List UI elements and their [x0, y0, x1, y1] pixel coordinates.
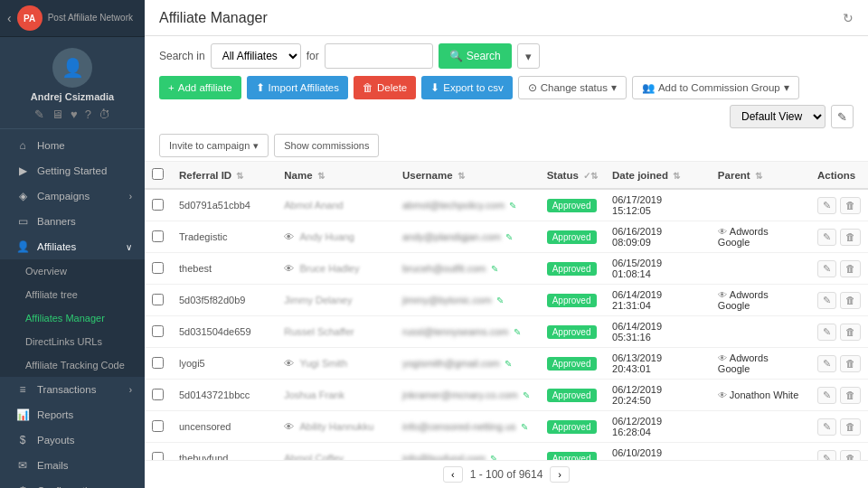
col-name[interactable]: Name ⇅ [277, 162, 395, 189]
delete-affiliate-button[interactable]: 🗑 [840, 292, 861, 309]
help-icon[interactable]: ? [85, 108, 91, 121]
delete-affiliate-button[interactable]: 🗑 [840, 197, 861, 214]
delete-affiliate-button[interactable]: 🗑 [840, 324, 861, 341]
edit-profile-icon[interactable]: ✎ [34, 108, 44, 121]
edit-affiliate-button[interactable]: ✎ [817, 355, 836, 372]
filter-button[interactable]: ▾ [517, 43, 540, 69]
search-input[interactable] [325, 43, 433, 69]
affiliate-username: jimmy@bytonic.com [402, 295, 492, 305]
cell-date: 06/10/2019 19:11:09 [605, 443, 711, 461]
cell-username: jnkramer@mcnary.co.com ✎ [395, 380, 540, 411]
invite-campaign-button[interactable]: Invite to campaign ▾ [159, 134, 269, 157]
row-checkbox[interactable] [152, 294, 164, 305]
col-username[interactable]: Username ⇅ [395, 162, 540, 189]
edit-affiliate-button[interactable]: ✎ [817, 229, 836, 246]
row-checkbox[interactable] [152, 325, 164, 337]
eye-icon[interactable]: 👁 [284, 421, 294, 432]
sidebar-item-emails[interactable]: ✉ Emails [0, 453, 145, 478]
delete-affiliate-button[interactable]: 🗑 [840, 387, 861, 404]
edit-view-button[interactable]: ✎ [831, 105, 854, 128]
sidebar-item-overview[interactable]: Overview [0, 259, 145, 283]
edit-affiliate-button[interactable]: ✎ [817, 450, 836, 461]
edit-affiliate-button[interactable]: ✎ [817, 292, 836, 309]
cell-status: Approved [540, 443, 605, 461]
delete-affiliate-button[interactable]: 🗑 [840, 450, 861, 461]
row-checkbox[interactable] [152, 262, 164, 274]
search-select[interactable]: All Affiliates [211, 43, 301, 69]
show-commissions-button[interactable]: Show commissions [274, 134, 379, 157]
delete-affiliate-button[interactable]: 🗑 [840, 229, 861, 246]
row-actions: ✎ 🗑 [817, 260, 861, 277]
cell-parent [711, 253, 810, 285]
status-badge: Approved [547, 230, 597, 244]
edit-affiliate-button[interactable]: ✎ [817, 418, 836, 436]
sidebar-item-getting-started[interactable]: ▶ Getting Started [0, 158, 145, 183]
add-commission-button[interactable]: 👥 Add to Commission Group ▾ [632, 76, 799, 99]
import-affiliates-button[interactable]: ⬆ Import Affiliates [247, 76, 348, 99]
sidebar-item-reports[interactable]: 📊 Reports [0, 402, 145, 427]
clock-icon[interactable]: ⏱ [99, 108, 110, 121]
edit-affiliate-button[interactable]: ✎ [817, 387, 836, 404]
sidebar-item-directlinks[interactable]: DirectLinks URLs [0, 330, 145, 353]
row-checkbox[interactable] [152, 452, 164, 461]
row-actions: ✎ 🗑 [817, 355, 861, 372]
edit-affiliate-button[interactable]: ✎ [817, 260, 836, 277]
sidebar-item-home[interactable]: ⌂ Home [0, 133, 145, 158]
edit-affiliate-button[interactable]: ✎ [817, 197, 836, 214]
eye-icon[interactable]: 👁 [284, 358, 294, 369]
col-actions: Actions [810, 162, 868, 189]
sidebar-item-payouts[interactable]: $ Payouts [0, 427, 145, 453]
delete-affiliate-button[interactable]: 🗑 [840, 355, 861, 372]
col-date-joined[interactable]: Date joined ⇅ [605, 162, 711, 189]
affiliates-submenu: Overview Affiliate tree Affiliates Manag… [0, 259, 145, 377]
sidebar-item-tracking-code[interactable]: Affiliate Tracking Code [0, 353, 145, 377]
cell-username: yogismith@gmail.com ✎ [395, 348, 540, 380]
cell-actions: ✎ 🗑 [810, 189, 868, 221]
export-button[interactable]: ⬇ Export to csv [421, 76, 512, 99]
heart-icon[interactable]: ♥ [71, 108, 78, 121]
col-parent[interactable]: Parent ⇅ [711, 162, 810, 189]
prev-page-button[interactable]: ‹ [443, 466, 463, 483]
page-title: Affiliate Manager [159, 10, 843, 26]
row-checkbox[interactable] [152, 420, 164, 432]
change-status-button[interactable]: ⊙ Change status ▾ [518, 76, 627, 99]
search-row: Search in All Affiliates for 🔍 Search ▾ [159, 43, 854, 69]
edit-affiliate-button[interactable]: ✎ [817, 324, 836, 341]
sidebar-item-affiliates-manager[interactable]: Affiliates Manager [0, 306, 145, 330]
sidebar-item-banners[interactable]: ▭ Banners [0, 209, 145, 234]
delete-affiliate-button[interactable]: 🗑 [840, 260, 861, 277]
select-all-checkbox[interactable] [152, 168, 164, 180]
desktop-icon[interactable]: 🖥 [52, 108, 63, 121]
cell-actions: ✎ 🗑 [810, 316, 868, 348]
refresh-icon[interactable]: ↻ [843, 11, 854, 25]
row-checkbox[interactable] [152, 389, 164, 400]
col-referral-id[interactable]: Referral ID ⇅ [172, 162, 277, 189]
delete-button[interactable]: 🗑 Delete [354, 76, 416, 99]
back-icon[interactable]: ‹ [7, 11, 12, 25]
add-affiliate-button[interactable]: + Add affiliate [159, 76, 241, 99]
status-badge: Approved [547, 389, 597, 402]
cell-ref: 5d0791a51cbb4 [172, 189, 277, 221]
affiliate-name: Bruce Hadley [299, 263, 359, 274]
email-verified-icon: ✎ [523, 390, 530, 400]
sidebar-item-affiliates[interactable]: 👤 Affiliates ∨ [0, 234, 145, 259]
sidebar-item-affiliate-tree[interactable]: Affiliate tree [0, 283, 145, 306]
affiliate-username: info@buyfund.com [402, 453, 486, 460]
row-checkbox[interactable] [152, 230, 164, 242]
view-select[interactable]: Default View [730, 105, 826, 128]
plus-icon: + [168, 82, 175, 93]
row-checkbox[interactable] [152, 357, 164, 369]
eye-icon[interactable]: 👁 [284, 231, 294, 242]
next-page-button[interactable]: › [550, 466, 570, 483]
sidebar-item-configuration[interactable]: ⚙ Configuration [0, 478, 145, 488]
sidebar-item-campaigns[interactable]: ◈ Campaigns › [0, 183, 145, 209]
eye-icon[interactable]: 👁 [284, 263, 294, 274]
sidebar-item-transactions[interactable]: ≡ Transactions › [0, 377, 145, 402]
row-checkbox[interactable] [152, 199, 164, 211]
search-button[interactable]: 🔍 Search [439, 43, 512, 69]
email-verified-icon: ✎ [509, 201, 516, 211]
delete-affiliate-button[interactable]: 🗑 [840, 418, 861, 436]
col-status[interactable]: Status ✓⇅ [540, 162, 605, 189]
table-row: Tradegistic 👁 Andy Huang andy@plandigjan… [145, 221, 868, 253]
search-icon: 🔍 [449, 50, 463, 62]
